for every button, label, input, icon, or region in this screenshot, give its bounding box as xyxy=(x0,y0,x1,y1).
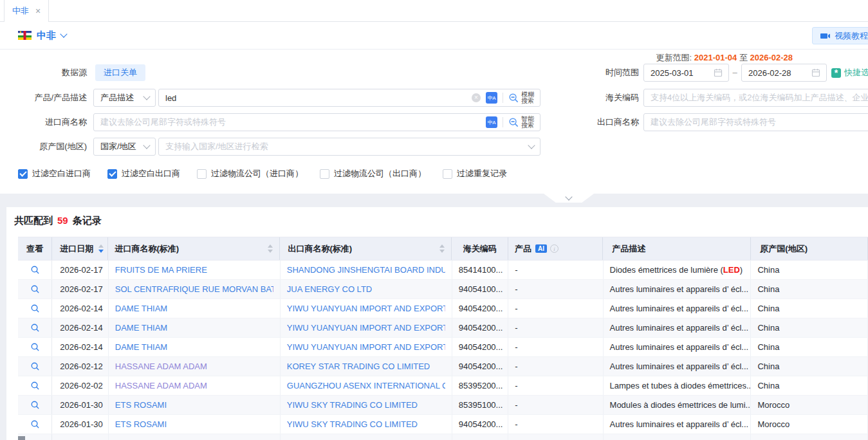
hs-code-cell: 94054200... xyxy=(452,357,508,376)
end-date-input[interactable]: 2026-02-28 xyxy=(741,64,827,82)
origin-type-select[interactable]: 国家/地区 xyxy=(93,138,156,156)
exporter-cell xyxy=(281,434,452,440)
view-cell xyxy=(18,280,52,298)
smart-search-button[interactable]: 智能 搜索 xyxy=(508,116,534,129)
col-import-date[interactable]: 进口日期 xyxy=(52,237,108,260)
product-cell xyxy=(508,434,603,440)
importer-label: 进口商名称 xyxy=(0,113,87,131)
hs-code-input[interactable]: 支持4位以上海关编码，或2位海关编码加上产品描述、企业名称的 xyxy=(643,89,868,107)
sort-icons[interactable] xyxy=(98,244,104,253)
quick-select-label: 快捷选择 xyxy=(844,67,868,78)
fuzzy-search-button[interactable]: 模糊 搜索 xyxy=(508,91,534,104)
col-hs-code: 海关编码 xyxy=(452,237,508,260)
filter-checkbox[interactable]: 过滤物流公司（进口商） xyxy=(197,168,303,179)
filter-checkbox[interactable]: 过滤重复记录 xyxy=(443,168,507,179)
origin-country-cell: China xyxy=(751,338,868,356)
importer-link[interactable]: ETS ROSAMI xyxy=(115,400,167,410)
checkbox-unchecked-icon[interactable] xyxy=(320,169,329,179)
translate-icon[interactable]: 中A xyxy=(486,92,497,104)
table-row xyxy=(18,434,868,440)
view-details-icon[interactable] xyxy=(28,263,42,277)
info-icon[interactable]: i xyxy=(550,244,559,253)
update-range-start: 2021-01-04 xyxy=(694,53,737,62)
sort-icons[interactable] xyxy=(268,244,273,253)
view-details-icon[interactable] xyxy=(28,398,42,412)
importer-link[interactable]: DAME THIAM xyxy=(115,323,167,333)
view-details-icon[interactable] xyxy=(28,302,42,316)
view-details-icon[interactable] xyxy=(28,321,42,335)
exporter-name-input[interactable]: 建议去除公司尾部字符或特殊符号 xyxy=(643,113,868,131)
exporter-link[interactable]: YIWU YUANYUAN IMPORT AND EXPORT C... xyxy=(287,323,445,333)
product-cell: - xyxy=(508,376,603,395)
product-cell: - xyxy=(508,338,603,356)
exporter-link[interactable]: KOREY STAR TRADING CO LIMITED xyxy=(287,362,430,371)
exporter-link[interactable]: SHANDONG JINSHENGTAI BOARD INDUST... xyxy=(287,265,445,275)
filter-checkbox[interactable]: 过滤物流公司（出口商） xyxy=(320,168,426,179)
col-product-description: 产品描述 xyxy=(603,237,751,260)
view-cell xyxy=(18,396,52,414)
view-details-icon[interactable] xyxy=(28,417,42,432)
match-count: 59 xyxy=(57,215,68,227)
checkbox-unchecked-icon[interactable] xyxy=(443,169,452,179)
view-cell xyxy=(18,415,52,434)
table-header: 查看 进口日期 进口商名称(标准) 出口商名称(标准) 海关编码 产品 AI xyxy=(18,237,868,261)
importer-link[interactable]: FRUITS DE MA PRIERE xyxy=(115,265,207,275)
exporter-cell: YIWU YUANYUAN IMPORT AND EXPORT C... xyxy=(281,318,452,337)
view-details-icon[interactable] xyxy=(28,340,42,354)
exporter-cell: YIWU YUANYUAN IMPORT AND EXPORT C... xyxy=(281,338,452,356)
importer-name-input[interactable]: 建议去除公司尾部字符或特殊符号 中A 智能 搜索 xyxy=(93,113,540,131)
exporter-link[interactable]: JUA ENERGY CO LTD xyxy=(287,284,372,294)
checkbox-checked-icon[interactable] xyxy=(107,169,117,179)
checkbox-label: 过滤物流公司（进口商） xyxy=(211,168,303,179)
exporter-link[interactable]: GUANGZHOU ASENX INTERNATIONAL CO ... xyxy=(287,381,445,390)
importer-link[interactable]: ETS ROSAMI xyxy=(115,419,167,429)
origin-country-input[interactable]: 支持输入国家/地区进行检索 xyxy=(158,138,540,156)
importer-cell xyxy=(109,434,281,440)
import-declaration-button[interactable]: 进口关单 xyxy=(95,64,145,81)
importer-link[interactable]: DAME THIAM xyxy=(115,342,167,352)
import-date-cell: 2026-02-14 xyxy=(52,299,109,318)
view-details-icon[interactable] xyxy=(28,360,42,374)
start-date-input[interactable]: 2025-03-01 xyxy=(643,64,729,82)
importer-link[interactable]: DAME THIAM xyxy=(115,304,167,313)
product-type-select[interactable]: 产品描述 xyxy=(93,89,156,107)
quick-select-button[interactable]: * 快捷选择 xyxy=(831,64,868,82)
col-importer-name[interactable]: 进口商名称(标准) xyxy=(108,237,280,260)
app-header: 中非 视频教程 xyxy=(0,22,868,50)
importer-link[interactable]: HASSANE ADAM ADAM xyxy=(115,362,207,371)
import-date-cell: 2026-01-30 xyxy=(52,396,109,414)
view-details-icon[interactable] xyxy=(28,282,42,297)
importer-link[interactable]: SOL CENTRAFRIQUE RUE MORVAN BAT OF... xyxy=(115,284,273,294)
horizontal-scrollbar-thumb[interactable] xyxy=(18,436,25,440)
exporter-link[interactable]: YIWU YUANYUAN IMPORT AND EXPORT C... xyxy=(287,304,445,313)
table-row: 2026-02-02HASSANE ADAM ADAMGUANGZHOU ASE… xyxy=(18,376,868,396)
translate-icon[interactable]: 中A xyxy=(486,116,497,128)
importer-link[interactable]: HASSANE ADAM ADAM xyxy=(115,381,207,390)
ai-badge: AI xyxy=(535,244,547,253)
import-date-cell: 2026-02-02 xyxy=(52,376,109,395)
col-exporter-name[interactable]: 出口商名称(标准) xyxy=(280,237,452,260)
tab-zhongfei[interactable]: 中非 × xyxy=(4,0,49,22)
exporter-link[interactable]: YIWU SKY TRADING CO LIMITED xyxy=(287,400,418,410)
checkbox-checked-icon[interactable] xyxy=(18,169,28,179)
view-details-icon[interactable] xyxy=(28,379,42,393)
product-search-input[interactable]: led × 中A 模糊 搜索 xyxy=(158,89,540,107)
tab-close-icon[interactable]: × xyxy=(35,6,41,16)
view-cell xyxy=(18,261,52,279)
divider xyxy=(503,93,503,103)
col-view: 查看 xyxy=(18,237,52,260)
clear-input-icon[interactable]: × xyxy=(472,93,481,102)
search-icon xyxy=(508,117,519,128)
exporter-link[interactable]: YIWU SKY TRADING CO LIMITED xyxy=(287,419,418,429)
filter-checkbox[interactable]: 过滤空白进口商 xyxy=(18,168,91,179)
country-selector[interactable]: 中非 xyxy=(18,22,66,49)
description-cell: Autres luminaires et appareils d’ écl... xyxy=(604,318,752,337)
video-camera-icon xyxy=(820,32,831,40)
video-tutorial-button[interactable]: 视频教程 xyxy=(812,27,868,44)
checkbox-unchecked-icon[interactable] xyxy=(197,169,207,179)
sort-icons[interactable] xyxy=(439,244,445,253)
importer-cell: ETS ROSAMI xyxy=(109,396,281,414)
exporter-link[interactable]: YIWU YUANYUAN IMPORT AND EXPORT C... xyxy=(287,342,445,352)
filter-checkbox[interactable]: 过滤空白出口商 xyxy=(107,168,180,179)
description-cell: Autres luminaires et appareils d’ écl... xyxy=(604,299,752,318)
